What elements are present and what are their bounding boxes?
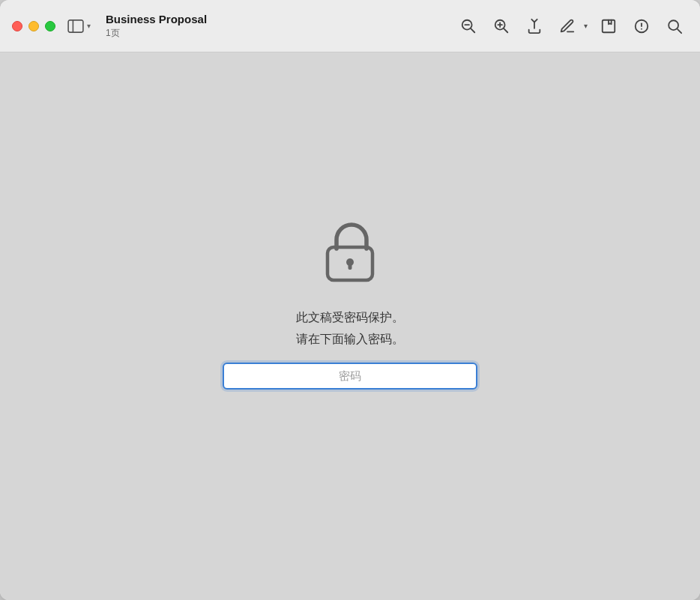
zoom-in-button[interactable]: [488, 13, 515, 40]
password-protection-panel: 此文稿受密码保护。 请在下面输入密码。: [223, 219, 477, 390]
pen-chevron-icon[interactable]: ▾: [582, 19, 589, 33]
lock-icon: [320, 219, 380, 289]
password-input[interactable]: [223, 363, 477, 390]
page-turn-button[interactable]: [595, 13, 622, 40]
toolbar-right: ▾: [455, 13, 688, 40]
enter-password-text: 请在下面输入密码。: [296, 332, 404, 348]
svg-rect-18: [349, 264, 352, 270]
share-button[interactable]: [521, 13, 548, 40]
app-window: ▾ Business Proposal 1页: [0, 0, 700, 600]
zoom-out-icon: [460, 18, 477, 34]
svg-line-4: [471, 28, 474, 32]
pen-tool-button[interactable]: [554, 13, 581, 40]
main-content: 此文稿受密码保护。 请在下面输入密码。: [0, 52, 700, 600]
svg-point-14: [669, 20, 678, 30]
svg-line-15: [678, 29, 681, 33]
share-icon: [526, 18, 543, 34]
svg-line-8: [504, 28, 507, 32]
document-title: Business Proposal: [106, 13, 207, 26]
close-button[interactable]: [12, 21, 22, 31]
traffic-lights: [12, 21, 55, 31]
pen-tool-group: ▾: [554, 13, 589, 40]
markup-icon: [633, 18, 650, 34]
titlebar: ▾ Business Proposal 1页: [0, 0, 700, 52]
pen-icon: [559, 18, 576, 34]
document-title-section: Business Proposal 1页: [106, 13, 207, 40]
page-turn-icon: [600, 18, 617, 34]
zoom-in-icon: [493, 18, 510, 34]
search-icon: [666, 18, 683, 34]
maximize-button[interactable]: [45, 21, 55, 31]
protected-text: 此文稿受密码保护。: [296, 310, 404, 326]
minimize-button[interactable]: [28, 21, 39, 31]
markup-button[interactable]: [628, 13, 655, 40]
svg-rect-0: [68, 19, 83, 31]
sidebar-toggle-button[interactable]: ▾: [67, 19, 91, 33]
zoom-out-button[interactable]: [455, 13, 482, 40]
sidebar-icon: [67, 19, 84, 33]
sidebar-chevron-icon: ▾: [87, 22, 91, 30]
document-page-count: 1页: [106, 27, 120, 40]
search-button[interactable]: [661, 13, 688, 40]
